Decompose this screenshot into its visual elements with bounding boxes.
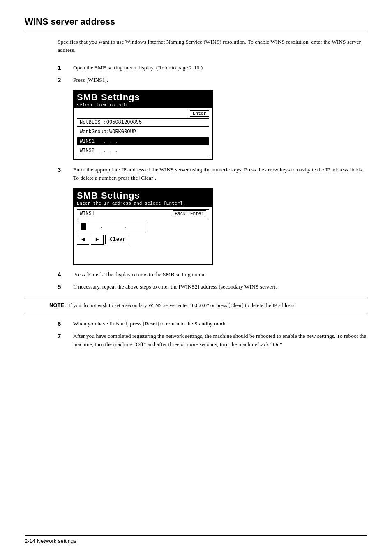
step-7: 7 After you have completed registering t… (58, 332, 367, 349)
step-2: 2 Press [WINS1]. (58, 76, 367, 84)
step-7-number: 7 (58, 332, 70, 339)
smb-header-2: SMB Settings Enter the IP address and se… (74, 189, 212, 207)
step-6-number: 6 (58, 320, 70, 327)
step-7-text: After you have completed registering the… (73, 332, 367, 349)
ip-field-row: . . (77, 221, 209, 232)
step-4: 4 Press [Enter]. The display returns to … (58, 270, 367, 279)
step-6-text: When you have finished, press [Reset] to… (73, 320, 228, 328)
step-1: 1 Open the SMB setting menu display. (Re… (58, 64, 367, 72)
step-5-number: 5 (58, 283, 70, 290)
note-label: NOTE: (49, 301, 66, 309)
ip-dots: . . (88, 223, 141, 230)
smb-settings-panel-1: SMB Settings Select item to edit. Enter … (73, 90, 213, 160)
ip-left-arrow-button[interactable]: ◄ (77, 235, 89, 245)
smb-enter-area-1: Enter (77, 110, 209, 117)
note-text: If you do not wish to set a secondary WI… (68, 301, 295, 309)
smb-body-2: WINS1 Back Enter . . (74, 207, 212, 264)
step-1-text: Open the SMB setting menu display. (Refe… (73, 64, 203, 72)
smb-subtitle-2: Enter the IP address and select [Enter]. (77, 201, 209, 206)
step-3-text: Enter the appropriate IP address of the … (73, 166, 367, 182)
smb-title-2: SMB Settings (77, 190, 209, 201)
smb-wins-row: WINS1 Back Enter (77, 209, 209, 218)
intro-text: Specifies that you want to use Windows I… (58, 38, 367, 55)
step-2-block: 2 Press [WINS1]. SMB Settings Select ite… (58, 76, 367, 160)
page-title: WINS server address (25, 16, 367, 30)
step-2-text: Press [WINS1]. (73, 76, 108, 84)
step-3: 3 Enter the appropriate IP address of th… (58, 166, 367, 182)
smb-enter-button-1[interactable]: Enter (190, 110, 209, 117)
smb-subtitle-1: Select item to edit. (77, 103, 209, 108)
smb-back-button[interactable]: Back (173, 210, 188, 217)
step-6: 6 When you have finished, press [Reset] … (58, 320, 367, 328)
smb-row-wins1[interactable]: WINS1 : . . . (77, 137, 209, 145)
smb-panel-1: SMB Settings Select item to edit. Enter … (73, 90, 367, 160)
step-5-text: If necessary, repeat the above steps to … (73, 283, 277, 291)
step-3-number: 3 (58, 166, 70, 173)
steps-container: 1 Open the SMB setting menu display. (Re… (58, 64, 367, 291)
smb-row-netbios[interactable]: NetBIOS :005081200895 (77, 118, 209, 127)
ip-input-box[interactable]: . . (77, 221, 145, 232)
ip-cursor (81, 223, 86, 230)
ip-nav-row: ◄ ► Clear (77, 235, 209, 245)
smb-enter-button-2[interactable]: Enter (188, 210, 206, 217)
smb-row-wins2[interactable]: WINS2 : . . . (77, 147, 209, 155)
step-3-block: 3 Enter the appropriate IP address of th… (58, 166, 367, 265)
step-5: 5 If necessary, repeat the above steps t… (58, 283, 367, 291)
smb-panel-2-wrapper: SMB Settings Enter the IP address and se… (73, 188, 367, 265)
smb-settings-panel-2: SMB Settings Enter the IP address and se… (73, 188, 213, 265)
step-1-number: 1 (58, 64, 70, 71)
note-box: NOTE: If you do not wish to set a second… (25, 298, 367, 313)
smb-row-workgroup[interactable]: WorkGroup:WORKGROUP (77, 128, 209, 136)
smb-body-1: Enter NetBIOS :005081200895 WorkGroup:WO… (74, 108, 212, 159)
step-2-number: 2 (58, 76, 70, 83)
smb-title-1: SMB Settings (77, 92, 209, 103)
smb-wins-label: WINS1 (80, 211, 95, 217)
smb-body-spacer (74, 248, 212, 264)
page-footer: 2-14 Network settings (25, 535, 367, 544)
smb-header-1: SMB Settings Select item to edit. (74, 90, 212, 108)
smb-back-enter-btns: Back Enter (173, 210, 206, 217)
ip-right-arrow-button[interactable]: ► (91, 235, 103, 245)
steps-container-2: 6 When you have finished, press [Reset] … (58, 320, 367, 349)
step-4-text: Press [Enter]. The display returns to th… (73, 270, 206, 279)
ip-clear-button[interactable]: Clear (105, 235, 130, 244)
step-4-number: 4 (58, 271, 70, 278)
